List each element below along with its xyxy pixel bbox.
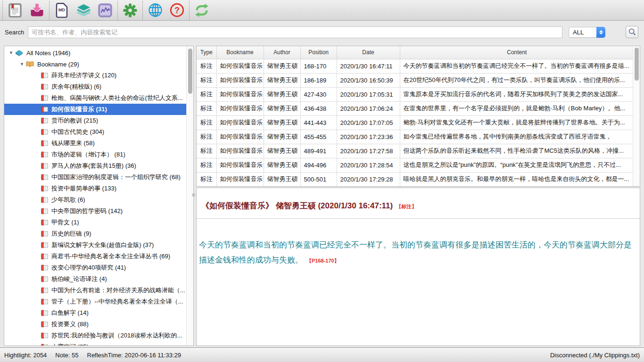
sidebar-book-item[interactable]: 中国古代简史 (304): [4, 126, 186, 138]
cell-type: 标注: [197, 115, 216, 130]
cell-position: 186-189: [300, 73, 337, 87]
sidebar-book-item[interactable]: 历史的巨镜 (9): [4, 228, 186, 239]
table-row[interactable]: 标注如何假装懂音乐储智勇王硕489-4912020/1/30 17:27:58但…: [197, 144, 634, 158]
table-scrollbar-thumb[interactable]: [635, 48, 639, 81]
globe-icon[interactable]: [144, 1, 166, 20]
cell-type: 标注: [197, 59, 216, 73]
sidebar-book-item[interactable]: 货币的教训 (215): [4, 115, 186, 126]
sidebar-book-item[interactable]: 庆余年(精校版) (6): [4, 81, 186, 92]
column-header-author[interactable]: Author: [264, 46, 300, 59]
sidebar-book-item[interactable]: 钱从哪里来 (58): [4, 138, 186, 149]
sidebar-book-item[interactable]: 罗马人的故事(套装共15册) (36): [4, 160, 186, 172]
cell-date: 2020/1/30 16:50:39: [337, 73, 400, 87]
sidebar-book-item[interactable]: 改变心理学的40项研究 (41): [4, 262, 186, 273]
refresh-sync-icon[interactable]: [191, 1, 213, 20]
sidebar-book-item[interactable]: 中国为什么有前途：对外经济关系的战略潜能（...: [4, 285, 186, 296]
layers-icon[interactable]: [73, 1, 94, 20]
book-label: 历史的巨镜 (9): [51, 230, 91, 238]
table-row[interactable]: 标注如何假装懂音乐储智勇王硕500-5012020/1/30 17:29:28嘻…: [197, 172, 634, 186]
import-clippings-icon[interactable]: [26, 1, 48, 20]
column-header-type[interactable]: Type: [197, 46, 216, 59]
search-row: Search ALL: [0, 21, 644, 43]
cell-position: 168-170: [300, 59, 337, 73]
sidebar-book-item[interactable]: 中国国家治理的制度逻辑：一个组织学研究 (68): [4, 172, 186, 183]
cell-bookname: 如何假装懂音乐: [216, 130, 264, 144]
sidebar-book-item[interactable]: 商君书-中华经典名著全本全注全译丛书 (69): [4, 251, 186, 262]
table-scrollbar[interactable]: [633, 46, 640, 186]
settings-gear-icon[interactable]: [119, 1, 141, 20]
sidebar-book-item[interactable]: 小窗幽记 (35): [4, 341, 186, 346]
cell-author: 储智勇王硕: [264, 130, 300, 144]
sidebar-book-item[interactable]: 少年凯歌 (6): [4, 194, 186, 206]
cell-type: 标注: [197, 144, 216, 158]
search-button[interactable]: [626, 26, 638, 38]
table-row[interactable]: 标注如何假装懂音乐储智勇王硕427-4302020/1/30 17:05:31雷…: [197, 87, 634, 101]
notes-table-body: 标注如何假装懂音乐储智勇王硕168-1702020/1/30 16:47:11今…: [197, 59, 634, 186]
filter-dropdown[interactable]: ALL: [569, 27, 605, 38]
cell-author: 储智勇王硕: [264, 73, 300, 87]
book-icon: [41, 332, 48, 339]
column-header-bookname[interactable]: Bookname: [216, 46, 264, 59]
column-header-date[interactable]: Date: [337, 46, 400, 59]
sidebar-book-item[interactable]: 市场的逻辑（增订本） (81): [4, 149, 186, 160]
pane-splitter-handle[interactable]: [192, 193, 195, 197]
statistics-chart-icon[interactable]: [94, 1, 116, 20]
table-row[interactable]: 标注如何假装懂音乐储智勇王硕455-4552020/1/30 17:23:36如…: [197, 130, 634, 144]
cell-position: 436-438: [300, 101, 337, 115]
sidebar-book-item[interactable]: 薛兆丰经济学讲义 (120): [4, 70, 186, 81]
table-row[interactable]: 标注如何假装懂音乐储智勇王硕186-1892020/1/30 16:50:39在…: [197, 73, 634, 87]
book-label: 罗马人的故事(套装共15册) (36): [51, 162, 136, 170]
markdown-export-icon[interactable]: MD: [51, 1, 73, 20]
sidebar-book-item[interactable]: 甲骨文 (1): [4, 217, 186, 228]
sidebar-book-item[interactable]: 新编说文解字大全集(超值白金版) (37): [4, 239, 186, 251]
help-icon[interactable]: ?: [166, 1, 188, 20]
sidebar-book-item[interactable]: 如何假装懂音乐 (31): [4, 104, 186, 115]
cell-position: 494-496: [300, 158, 337, 172]
notes-table-header-row: TypeBooknameAuthorPositionDateContent: [197, 46, 634, 59]
book-label: 中国国家治理的制度逻辑：一个组织学研究 (68): [51, 173, 181, 181]
column-header-content[interactable]: Content: [400, 46, 634, 59]
sidebar-scrollbar-thumb[interactable]: [188, 49, 192, 94]
disclosure-triangle-icon[interactable]: ▼: [9, 50, 15, 55]
book-icon: [41, 310, 48, 316]
cell-content: 雷鬼原本是牙买加流行音乐的代名词，随着牙买加移民到了英美之类的发达国家...: [400, 87, 634, 101]
disclosure-triangle-icon[interactable]: ▼: [20, 62, 26, 66]
table-row[interactable]: 标注如何假装懂音乐储智勇王硕441-4432020/1/30 17:07:05鲍…: [197, 115, 634, 130]
sidebar-book-item[interactable]: 中央帝国的哲学密码 (142): [4, 206, 186, 217]
cell-author: 储智勇王硕: [264, 144, 300, 158]
toolbar: MD: [0, 0, 644, 21]
cell-author: 储智勇王硕: [264, 158, 300, 172]
table-row[interactable]: 标注如何假装懂音乐储智勇王硕168-1702020/1/30 16:47:11今…: [197, 59, 634, 73]
sidebar-book-item[interactable]: 白鱼解字 (14): [4, 307, 186, 319]
search-input[interactable]: [28, 26, 562, 38]
sidebar-item-all-notes[interactable]: ▼ All Notes (1946): [4, 47, 186, 58]
book-label: 中国古代简史 (304): [51, 128, 104, 136]
sidebar-book-item[interactable]: 投资要义 (88): [4, 319, 186, 330]
book-label: 中国为什么有前途：对外经济关系的战略潜能（...: [51, 286, 185, 295]
book-icon: [41, 219, 48, 226]
toolbar-separator: [117, 1, 118, 20]
book-tree: ▼ All Notes (1946) ▼ Bookname (29) 薛兆丰经济…: [4, 47, 186, 346]
sidebar-item-bookname[interactable]: ▼ Bookname (29): [4, 58, 186, 70]
sidebar-book-item[interactable]: 苏世民:我的经验与教训（2018读桥水达利欧的...: [4, 330, 186, 341]
table-row[interactable]: 标注如何假装懂音乐储智勇王硕436-4382020/1/30 17:06:24在…: [197, 101, 634, 115]
sidebar-book-item[interactable]: 杨伯峻_论语译注 (4): [4, 273, 186, 285]
notes-document-icon[interactable]: [4, 1, 26, 20]
toolbar-separator: [142, 1, 143, 20]
book-label: 苏世民:我的经验与教训（2018读桥水达利欧的...: [51, 331, 182, 340]
cell-position: 500-501: [300, 172, 337, 186]
book-label: 新编说文解字大全集(超值白金版) (37): [51, 241, 154, 249]
column-header-position[interactable]: Position: [300, 46, 337, 59]
sidebar-book-item[interactable]: 投资中最简单的事 (133): [4, 183, 186, 194]
cell-content: 但这两个乐队的音乐听起来截然不同，性手枪沿袭了MC5这类乐队的风格，冲撞...: [400, 144, 634, 158]
table-row[interactable]: 标注如何假装懂音乐储智勇王硕494-4962020/1/30 17:28:54这…: [197, 158, 634, 172]
book-label: 白鱼解字 (14): [51, 309, 89, 317]
sidebar-book-item[interactable]: 管子（上下册）--中华经典名著全本全注全译（...: [4, 296, 186, 307]
cell-position: 455-455: [300, 130, 337, 144]
book-icon: [41, 276, 48, 282]
cell-type: 标注: [197, 158, 216, 172]
book-icon: [41, 287, 48, 294]
sidebar-book-item[interactable]: 枪炮、病菌与钢铁:人类社会的命运(世纪人文系...: [4, 92, 186, 104]
cell-bookname: 如何假装懂音乐: [216, 73, 264, 87]
cell-author: 储智勇王硕: [264, 172, 300, 186]
